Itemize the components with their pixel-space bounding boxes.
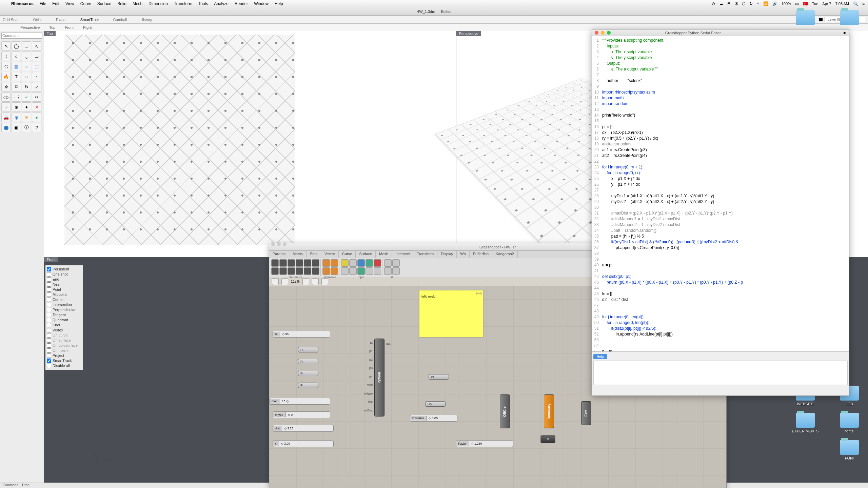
gh-rbtn[interactable] <box>366 267 373 275</box>
gh-tab-curve[interactable]: Curve <box>339 251 356 258</box>
gh-panel-output[interactable]: {0;0} hello wrold <box>419 290 484 338</box>
gh-min-icon[interactable] <box>277 242 281 246</box>
gh-rbtn[interactable] <box>392 267 400 275</box>
gh-tab-intersect[interactable]: Intersect <box>392 251 413 258</box>
osnap-perpendicular[interactable]: Perpendicular <box>47 307 81 312</box>
shield-icon[interactable]: ⛨ <box>727 1 731 6</box>
gh-zoom-value[interactable]: 112% <box>291 280 300 283</box>
polygon-tool-icon[interactable]: ⬠ <box>1 62 11 71</box>
dimension-tool-icon[interactable]: ↔ <box>22 72 31 81</box>
check-tool-icon[interactable]: ✓ <box>22 92 31 102</box>
gh-rbtn[interactable] <box>384 259 392 267</box>
fire-tool-icon[interactable]: 🔥 <box>1 72 11 81</box>
menubar-mesh[interactable]: Mesh <box>130 1 145 6</box>
gh-slider-rx[interactable]: rx◇ 36 <box>273 331 330 338</box>
curve-tool-icon[interactable]: ∿ <box>32 41 41 51</box>
gh-rbtn[interactable] <box>271 267 279 275</box>
gh-max-icon[interactable] <box>283 242 287 246</box>
gh-rbtn[interactable] <box>349 259 357 267</box>
bluetooth-icon[interactable]: ⌔ <box>757 1 759 6</box>
gh-rbtn[interactable] <box>331 259 338 267</box>
menubar-edit[interactable]: Edit <box>49 1 62 6</box>
osnap-smarttrack[interactable]: SmartTrack <box>47 358 81 363</box>
wifi-icon[interactable]: ⊙ <box>712 1 715 6</box>
delete-tool-icon[interactable]: ✕ <box>32 102 41 112</box>
desktop-folder-experiments[interactable]: EXPERIMENTS <box>790 413 821 433</box>
osnap-one-shot[interactable]: One shot <box>47 272 81 277</box>
osnap-project[interactable]: Project <box>47 353 81 358</box>
gh-param-pt[interactable]: Pt <box>298 383 318 388</box>
opt-history[interactable]: History <box>140 18 152 22</box>
gh-extr-component[interactable]: Extr <box>581 401 591 425</box>
gh-negative-component[interactable]: N <box>540 435 555 443</box>
menubar-surface[interactable]: Surface <box>94 1 114 6</box>
extrude-tool-icon[interactable]: ⬚ <box>32 62 41 71</box>
pointer-tool-icon[interactable]: ↖ <box>1 41 11 51</box>
osnap-knot[interactable]: Knot <box>47 323 81 328</box>
text-tool-icon[interactable]: T <box>12 72 21 81</box>
render-tool-icon[interactable]: ◉ <box>12 113 21 122</box>
join-tool-icon[interactable]: ⊕ <box>12 102 21 112</box>
opt-gridsnap[interactable]: Grid Snap <box>3 18 20 22</box>
split-tool-icon[interactable]: ⟋ <box>1 102 11 112</box>
gh-rbtn[interactable] <box>312 259 319 267</box>
dropbox-icon[interactable]: ⬡ <box>742 1 745 6</box>
mirror-tool-icon[interactable]: ◁▷ <box>1 92 11 102</box>
opt-ortho[interactable]: Ortho <box>33 18 43 22</box>
viewport-label-front[interactable]: Front <box>44 257 58 262</box>
sun-tool-icon[interactable]: ☀ <box>22 113 31 122</box>
gh-rbtn[interactable] <box>357 267 365 275</box>
lasso-tool-icon[interactable]: ◯ <box>12 41 21 51</box>
command-input[interactable] <box>1 33 42 39</box>
gh-tab-transform[interactable]: Transform <box>413 251 437 258</box>
gh-rbtn[interactable] <box>271 259 279 267</box>
loft-tool-icon[interactable]: ≈ <box>22 62 31 71</box>
menubar-solid[interactable]: Solid <box>114 1 130 6</box>
help-tool-icon[interactable]: ? <box>32 123 41 132</box>
view-tab-right[interactable]: Right <box>83 25 92 29</box>
gh-rbtn[interactable] <box>366 259 373 267</box>
osnap-on-mesh[interactable]: On mesh <box>47 348 81 353</box>
minimize-icon[interactable] <box>601 31 605 35</box>
dollar-icon[interactable]: $ <box>735 1 738 6</box>
gh-tab-wb[interactable]: Wb <box>457 251 470 258</box>
gh-rbtn[interactable] <box>349 267 357 275</box>
explode-tool-icon[interactable]: ✦ <box>22 102 31 112</box>
opt-smarttrack[interactable]: SmartTrack <box>80 18 99 22</box>
viewport-label-top[interactable]: Top <box>44 31 56 36</box>
python-output-area[interactable] <box>593 361 848 385</box>
sphere-tool-icon[interactable]: ⬤ <box>1 123 11 132</box>
gh-param-pt-out[interactable]: Pt <box>429 374 449 380</box>
view-tab-top[interactable]: Top <box>49 25 55 29</box>
flag-icon[interactable]: 🇹🇷 <box>803 1 808 6</box>
osnap-tangent[interactable]: Tangent <box>47 312 81 318</box>
gh-tab-pufferfish[interactable]: Pufferfish <box>470 251 492 258</box>
gh-slider-x[interactable]: x◇ 3.00 <box>273 440 334 447</box>
gh-tab-sets[interactable]: Sets <box>307 251 321 258</box>
gh-open-icon[interactable] <box>272 278 279 285</box>
gh-python-component[interactable]: Python <box>374 339 384 416</box>
rotate-tool-icon[interactable]: ↻ <box>22 82 31 92</box>
volume-icon[interactable]: 🔊 <box>772 1 777 6</box>
gh-param-pt[interactable]: Pt <box>298 347 318 352</box>
osnap-on-polysurface[interactable]: On polysurface <box>47 343 81 348</box>
menubar-app-name[interactable]: Rhinoceros <box>8 1 37 6</box>
gh-slider-mtype[interactable]: mtype◇ 0 <box>273 411 330 418</box>
info-tool-icon[interactable]: ⓘ <box>22 123 31 132</box>
point-tool-icon[interactable]: • <box>32 72 41 81</box>
array-tool-icon[interactable]: ⋮⋮ <box>12 92 21 102</box>
gh-rbtn[interactable] <box>374 259 381 267</box>
view-tab-perspective[interactable]: Perspective <box>20 25 40 29</box>
surface-tool-icon[interactable]: ▧ <box>12 62 21 71</box>
gh-rbtn[interactable] <box>288 267 295 275</box>
gh-rbtn[interactable] <box>279 259 287 267</box>
opt-gumball[interactable]: Gumball <box>113 18 127 22</box>
gh-tab-surface[interactable]: Surface <box>356 251 376 258</box>
gh-slider-distance[interactable]: Distance◇ 0.05 <box>410 415 457 422</box>
gh-boundary-component[interactable]: Boundary <box>544 394 554 428</box>
gh-rbtn[interactable] <box>357 259 365 267</box>
desktop-folder[interactable] <box>790 10 821 26</box>
gh-rbtn[interactable] <box>384 267 392 275</box>
menubar-analyze[interactable]: Analyze <box>211 1 232 6</box>
viewport-top[interactable]: Top <box>44 31 456 257</box>
